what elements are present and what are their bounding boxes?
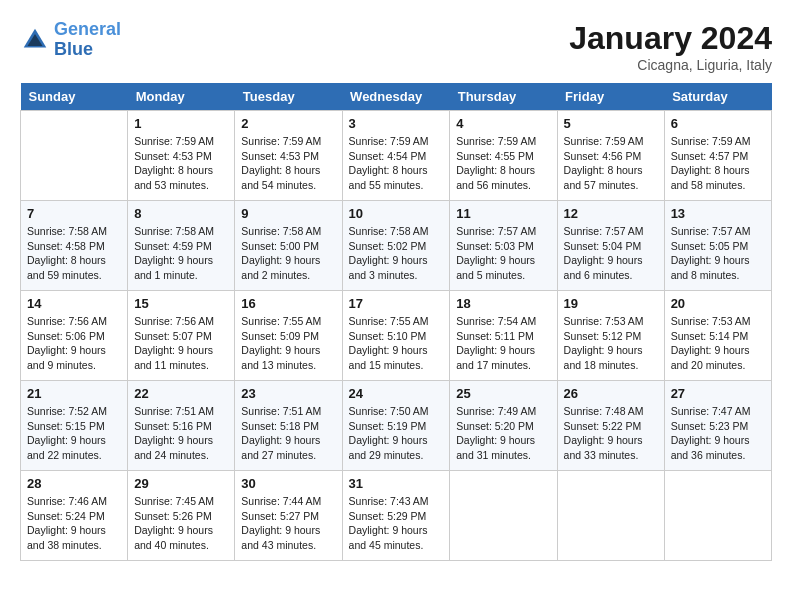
col-tuesday: Tuesday <box>235 83 342 111</box>
table-row <box>21 111 128 201</box>
day-info: Sunrise: 7:59 AMSunset: 4:53 PMDaylight:… <box>134 134 228 193</box>
table-row: 3Sunrise: 7:59 AMSunset: 4:54 PMDaylight… <box>342 111 450 201</box>
col-saturday: Saturday <box>664 83 771 111</box>
table-row: 22Sunrise: 7:51 AMSunset: 5:16 PMDayligh… <box>128 381 235 471</box>
day-info: Sunrise: 7:59 AMSunset: 4:55 PMDaylight:… <box>456 134 550 193</box>
location-subtitle: Cicagna, Liguria, Italy <box>569 57 772 73</box>
day-number: 30 <box>241 476 335 491</box>
day-info: Sunrise: 7:59 AMSunset: 4:56 PMDaylight:… <box>564 134 658 193</box>
day-number: 20 <box>671 296 765 311</box>
table-row: 12Sunrise: 7:57 AMSunset: 5:04 PMDayligh… <box>557 201 664 291</box>
day-info: Sunrise: 7:48 AMSunset: 5:22 PMDaylight:… <box>564 404 658 463</box>
day-info: Sunrise: 7:58 AMSunset: 4:59 PMDaylight:… <box>134 224 228 283</box>
table-row: 20Sunrise: 7:53 AMSunset: 5:14 PMDayligh… <box>664 291 771 381</box>
table-row: 8Sunrise: 7:58 AMSunset: 4:59 PMDaylight… <box>128 201 235 291</box>
day-number: 9 <box>241 206 335 221</box>
day-number: 24 <box>349 386 444 401</box>
table-row: 7Sunrise: 7:58 AMSunset: 4:58 PMDaylight… <box>21 201 128 291</box>
day-number: 11 <box>456 206 550 221</box>
day-number: 25 <box>456 386 550 401</box>
day-number: 3 <box>349 116 444 131</box>
table-row: 15Sunrise: 7:56 AMSunset: 5:07 PMDayligh… <box>128 291 235 381</box>
table-row: 17Sunrise: 7:55 AMSunset: 5:10 PMDayligh… <box>342 291 450 381</box>
day-info: Sunrise: 7:47 AMSunset: 5:23 PMDaylight:… <box>671 404 765 463</box>
day-info: Sunrise: 7:51 AMSunset: 5:16 PMDaylight:… <box>134 404 228 463</box>
col-thursday: Thursday <box>450 83 557 111</box>
day-info: Sunrise: 7:54 AMSunset: 5:11 PMDaylight:… <box>456 314 550 373</box>
day-number: 5 <box>564 116 658 131</box>
col-monday: Monday <box>128 83 235 111</box>
table-row: 23Sunrise: 7:51 AMSunset: 5:18 PMDayligh… <box>235 381 342 471</box>
table-row: 11Sunrise: 7:57 AMSunset: 5:03 PMDayligh… <box>450 201 557 291</box>
logo-text: General Blue <box>54 20 121 60</box>
table-row: 9Sunrise: 7:58 AMSunset: 5:00 PMDaylight… <box>235 201 342 291</box>
day-number: 28 <box>27 476 121 491</box>
day-info: Sunrise: 7:55 AMSunset: 5:09 PMDaylight:… <box>241 314 335 373</box>
table-row: 5Sunrise: 7:59 AMSunset: 4:56 PMDaylight… <box>557 111 664 201</box>
table-row: 4Sunrise: 7:59 AMSunset: 4:55 PMDaylight… <box>450 111 557 201</box>
calendar-header-row: Sunday Monday Tuesday Wednesday Thursday… <box>21 83 772 111</box>
day-number: 4 <box>456 116 550 131</box>
day-info: Sunrise: 7:58 AMSunset: 5:00 PMDaylight:… <box>241 224 335 283</box>
day-number: 16 <box>241 296 335 311</box>
day-info: Sunrise: 7:43 AMSunset: 5:29 PMDaylight:… <box>349 494 444 553</box>
table-row: 24Sunrise: 7:50 AMSunset: 5:19 PMDayligh… <box>342 381 450 471</box>
table-row: 18Sunrise: 7:54 AMSunset: 5:11 PMDayligh… <box>450 291 557 381</box>
day-info: Sunrise: 7:46 AMSunset: 5:24 PMDaylight:… <box>27 494 121 553</box>
day-info: Sunrise: 7:51 AMSunset: 5:18 PMDaylight:… <box>241 404 335 463</box>
table-row: 10Sunrise: 7:58 AMSunset: 5:02 PMDayligh… <box>342 201 450 291</box>
calendar-table: Sunday Monday Tuesday Wednesday Thursday… <box>20 83 772 561</box>
table-row: 26Sunrise: 7:48 AMSunset: 5:22 PMDayligh… <box>557 381 664 471</box>
table-row <box>450 471 557 561</box>
day-number: 12 <box>564 206 658 221</box>
day-info: Sunrise: 7:53 AMSunset: 5:12 PMDaylight:… <box>564 314 658 373</box>
day-info: Sunrise: 7:59 AMSunset: 4:57 PMDaylight:… <box>671 134 765 193</box>
day-info: Sunrise: 7:57 AMSunset: 5:03 PMDaylight:… <box>456 224 550 283</box>
day-info: Sunrise: 7:58 AMSunset: 4:58 PMDaylight:… <box>27 224 121 283</box>
day-info: Sunrise: 7:59 AMSunset: 4:54 PMDaylight:… <box>349 134 444 193</box>
table-row <box>557 471 664 561</box>
table-row: 16Sunrise: 7:55 AMSunset: 5:09 PMDayligh… <box>235 291 342 381</box>
day-number: 27 <box>671 386 765 401</box>
col-friday: Friday <box>557 83 664 111</box>
calendar-week-row: 1Sunrise: 7:59 AMSunset: 4:53 PMDaylight… <box>21 111 772 201</box>
day-info: Sunrise: 7:58 AMSunset: 5:02 PMDaylight:… <box>349 224 444 283</box>
day-info: Sunrise: 7:55 AMSunset: 5:10 PMDaylight:… <box>349 314 444 373</box>
day-info: Sunrise: 7:56 AMSunset: 5:07 PMDaylight:… <box>134 314 228 373</box>
table-row: 31Sunrise: 7:43 AMSunset: 5:29 PMDayligh… <box>342 471 450 561</box>
day-number: 22 <box>134 386 228 401</box>
table-row: 14Sunrise: 7:56 AMSunset: 5:06 PMDayligh… <box>21 291 128 381</box>
day-number: 6 <box>671 116 765 131</box>
table-row: 6Sunrise: 7:59 AMSunset: 4:57 PMDaylight… <box>664 111 771 201</box>
title-block: January 2024 Cicagna, Liguria, Italy <box>569 20 772 73</box>
day-number: 29 <box>134 476 228 491</box>
day-number: 19 <box>564 296 658 311</box>
day-info: Sunrise: 7:44 AMSunset: 5:27 PMDaylight:… <box>241 494 335 553</box>
day-number: 8 <box>134 206 228 221</box>
table-row: 2Sunrise: 7:59 AMSunset: 4:53 PMDaylight… <box>235 111 342 201</box>
table-row <box>664 471 771 561</box>
table-row: 1Sunrise: 7:59 AMSunset: 4:53 PMDaylight… <box>128 111 235 201</box>
day-number: 21 <box>27 386 121 401</box>
table-row: 19Sunrise: 7:53 AMSunset: 5:12 PMDayligh… <box>557 291 664 381</box>
day-info: Sunrise: 7:56 AMSunset: 5:06 PMDaylight:… <box>27 314 121 373</box>
day-number: 1 <box>134 116 228 131</box>
day-info: Sunrise: 7:50 AMSunset: 5:19 PMDaylight:… <box>349 404 444 463</box>
day-info: Sunrise: 7:49 AMSunset: 5:20 PMDaylight:… <box>456 404 550 463</box>
col-wednesday: Wednesday <box>342 83 450 111</box>
table-row: 25Sunrise: 7:49 AMSunset: 5:20 PMDayligh… <box>450 381 557 471</box>
day-number: 14 <box>27 296 121 311</box>
calendar-week-row: 28Sunrise: 7:46 AMSunset: 5:24 PMDayligh… <box>21 471 772 561</box>
day-info: Sunrise: 7:57 AMSunset: 5:05 PMDaylight:… <box>671 224 765 283</box>
day-number: 26 <box>564 386 658 401</box>
day-number: 10 <box>349 206 444 221</box>
day-number: 17 <box>349 296 444 311</box>
calendar-week-row: 21Sunrise: 7:52 AMSunset: 5:15 PMDayligh… <box>21 381 772 471</box>
table-row: 27Sunrise: 7:47 AMSunset: 5:23 PMDayligh… <box>664 381 771 471</box>
calendar-week-row: 7Sunrise: 7:58 AMSunset: 4:58 PMDaylight… <box>21 201 772 291</box>
table-row: 29Sunrise: 7:45 AMSunset: 5:26 PMDayligh… <box>128 471 235 561</box>
day-number: 2 <box>241 116 335 131</box>
day-number: 18 <box>456 296 550 311</box>
table-row: 21Sunrise: 7:52 AMSunset: 5:15 PMDayligh… <box>21 381 128 471</box>
table-row: 30Sunrise: 7:44 AMSunset: 5:27 PMDayligh… <box>235 471 342 561</box>
